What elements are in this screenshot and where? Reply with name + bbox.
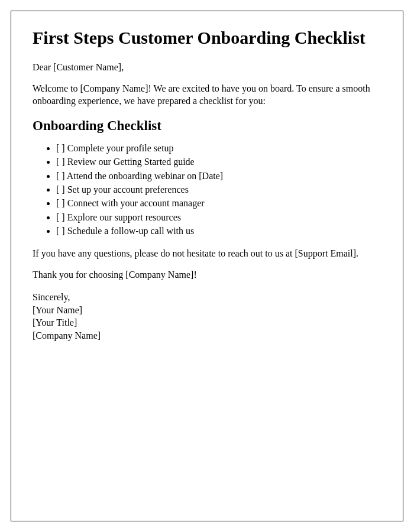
list-item: [ ] Explore our support resources (56, 211, 381, 224)
intro-paragraph: Welcome to [Company Name]! We are excite… (33, 83, 381, 108)
signature-title: [Your Title] (33, 316, 381, 329)
list-item: [ ] Attend the onboarding webinar on [Da… (56, 170, 381, 183)
footer-paragraph: If you have any questions, please do not… (33, 248, 381, 260)
signature-closing: Sincerely, (33, 291, 381, 304)
signature-company: [Company Name] (33, 329, 381, 342)
list-item: [ ] Review our Getting Started guide (56, 155, 381, 168)
thank-you-line: Thank you for choosing [Company Name]! (33, 269, 381, 281)
list-item: [ ] Set up your account preferences (56, 183, 381, 196)
page-title: First Steps Customer Onboarding Checklis… (33, 28, 381, 48)
checklist-list: [ ] Complete your profile setup [ ] Revi… (33, 142, 381, 238)
list-item: [ ] Schedule a follow-up call with us (56, 225, 381, 238)
greeting-line: Dear [Customer Name], (33, 61, 381, 74)
signature-block: Sincerely, [Your Name] [Your Title] [Com… (33, 291, 381, 342)
signature-name: [Your Name] (33, 304, 381, 317)
checklist-heading: Onboarding Checklist (33, 118, 381, 134)
list-item: [ ] Complete your profile setup (56, 142, 381, 155)
document-page: First Steps Customer Onboarding Checklis… (11, 11, 403, 521)
list-item: [ ] Connect with your account manager (56, 197, 381, 210)
